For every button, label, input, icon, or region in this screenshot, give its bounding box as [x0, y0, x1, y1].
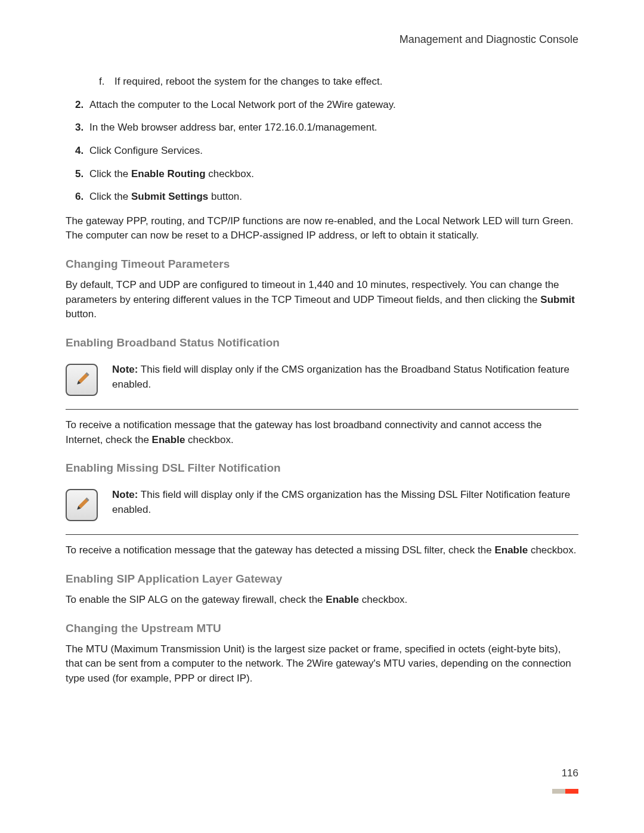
broadband-post: checkbox. [185, 434, 233, 445]
timeout-paragraph: By default, TCP and UDP are configured t… [66, 278, 578, 322]
step-6-number: 6. [75, 190, 89, 205]
timeout-pre: By default, TCP and UDP are configured t… [66, 279, 559, 305]
broadband-bold: Enable [152, 434, 185, 445]
divider-dslfilter [66, 534, 578, 535]
note-broadband-text: Note: This field will display only if th… [112, 363, 578, 392]
step-3: 3.In the Web browser address bar, enter … [75, 120, 578, 135]
timeout-bold: Submit [540, 294, 575, 305]
step-5-bold: Enable Routing [131, 168, 206, 179]
timeout-post: button. [66, 308, 97, 320]
broadband-pre: To receive a notification message that t… [66, 419, 542, 445]
broadband-paragraph: To receive a notification message that t… [66, 418, 578, 447]
pencil-icon [72, 370, 91, 389]
step-2-text: Attach the computer to the Local Network… [89, 99, 396, 110]
sip-bold: Enable [326, 594, 359, 605]
step-5: 5.Click the Enable Routing checkbox. [75, 167, 578, 182]
step-6-post: button. [208, 191, 242, 202]
pencil-icon [72, 496, 91, 515]
substep-f-text: If required, reboot the system for the c… [114, 76, 383, 87]
sip-paragraph: To enable the SIP ALG on the gateway fir… [66, 593, 578, 608]
step-4-text: Click Configure Services. [89, 145, 203, 156]
dslfilter-bold: Enable [494, 544, 528, 556]
step-3-text: In the Web browser address bar, enter 17… [89, 122, 377, 133]
note-dslfilter: Note: This field will display only if th… [66, 482, 578, 529]
substep-f: f.If required, reboot the system for the… [99, 75, 578, 89]
mtu-paragraph: The MTU (Maximum Transmission Unit) is t… [66, 642, 578, 686]
note-broadband-label: Note: [112, 364, 138, 375]
sip-post: checkbox. [359, 594, 407, 605]
heading-mtu: Changing the Upstream MTU [66, 622, 578, 635]
step-2-number: 2. [75, 98, 89, 113]
pencil-note-icon [66, 364, 98, 396]
dslfilter-paragraph: To receive a notification message that t… [66, 543, 578, 558]
footer-stripe-seg2 [565, 789, 578, 794]
heading-sip: Enabling SIP Application Layer Gateway [66, 572, 578, 586]
step-4: 4.Click Configure Services. [75, 144, 578, 159]
step-2: 2.Attach the computer to the Local Netwo… [75, 98, 578, 113]
page-number: 116 [562, 767, 578, 779]
sip-pre: To enable the SIP ALG on the gateway fir… [66, 594, 326, 605]
pencil-note-icon [66, 489, 98, 521]
step-6: 6.Click the Submit Settings button. [75, 190, 578, 205]
page-header-title: Management and Diagnostic Console [66, 33, 578, 46]
dslfilter-pre: To receive a notification message that t… [66, 544, 494, 556]
gateway-paragraph: The gateway PPP, routing, and TCP/IP fun… [66, 214, 578, 243]
footer-accent-stripe [552, 789, 578, 794]
step-5-post: checkbox. [206, 168, 254, 179]
note-broadband: Note: This field will display only if th… [66, 357, 578, 404]
step-4-number: 4. [75, 144, 89, 159]
heading-dslfilter: Enabling Missing DSL Filter Notification [66, 462, 578, 475]
note-dslfilter-body: This field will display only if the CMS … [112, 489, 570, 515]
note-dslfilter-label: Note: [112, 489, 138, 500]
heading-timeout: Changing Timeout Parameters [66, 258, 578, 271]
step-5-pre: Click the [89, 168, 131, 179]
note-dslfilter-text: Note: This field will display only if th… [112, 488, 578, 517]
footer-stripe-seg1 [552, 789, 565, 794]
document-page: Management and Diagnostic Console f.If r… [0, 0, 644, 833]
divider-broadband [66, 409, 578, 410]
dslfilter-post: checkbox. [528, 544, 576, 556]
step-5-number: 5. [75, 167, 89, 182]
substep-f-marker: f. [99, 75, 114, 89]
step-6-pre: Click the [89, 191, 131, 202]
heading-broadband: Enabling Broadband Status Notification [66, 336, 578, 349]
note-broadband-body: This field will display only if the CMS … [112, 364, 569, 390]
step-6-bold: Submit Settings [131, 191, 208, 202]
step-3-number: 3. [75, 120, 89, 135]
